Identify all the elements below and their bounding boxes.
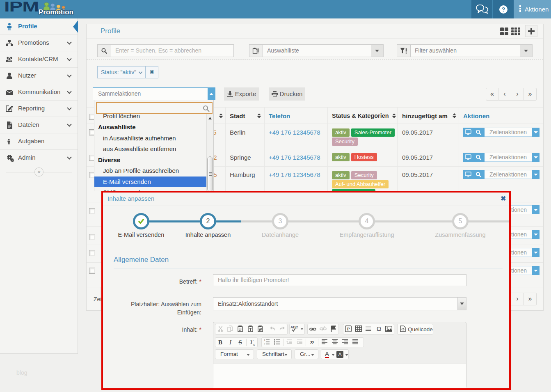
svg-text:P: P [347, 326, 350, 331]
svg-text:Ω: Ω [376, 326, 381, 332]
svg-text:1: 1 [264, 339, 265, 342]
svg-text:ABC: ABC [290, 325, 298, 329]
svg-text:?: ? [502, 6, 505, 13]
svg-text:2: 2 [264, 342, 265, 345]
